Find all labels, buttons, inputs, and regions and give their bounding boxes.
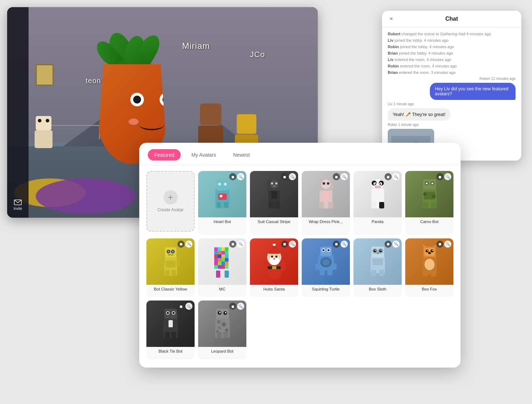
svg-point-37 bbox=[380, 183, 381, 185]
avatar-zoom-wrap-dress[interactable]: 🔍 bbox=[341, 173, 348, 180]
svg-rect-90 bbox=[216, 271, 220, 278]
svg-point-26 bbox=[327, 182, 330, 185]
chat-msg-robert: Robert 12 minutes ago Hey Liv did you se… bbox=[430, 77, 516, 100]
sidebar-panel: Invite bbox=[7, 7, 29, 218]
svg-rect-44 bbox=[423, 179, 436, 189]
create-avatar-plus-icon: + bbox=[164, 190, 178, 204]
svg-point-17 bbox=[275, 182, 277, 185]
avatar-name-leopard: Leopard Bot bbox=[210, 347, 235, 356]
svg-rect-102 bbox=[272, 266, 276, 269]
svg-rect-21 bbox=[275, 202, 280, 208]
avatar-select-heart-bot[interactable]: ◼ bbox=[229, 173, 236, 180]
avatar-card-wrap-dress[interactable]: 🔍 ◼ Wrap Dress Pink... bbox=[302, 171, 350, 235]
svg-point-16 bbox=[271, 182, 273, 185]
avatar-card-mc[interactable]: 🔍 ◼ MC bbox=[198, 238, 246, 297]
svg-rect-82 bbox=[214, 262, 218, 265]
svg-rect-115 bbox=[320, 270, 325, 276]
avatar-select-box-fox[interactable]: ◼ bbox=[436, 241, 443, 248]
avatar-zoom-santa[interactable]: 🔍 bbox=[289, 241, 296, 248]
avatar-select-wrap-dress[interactable]: ◼ bbox=[333, 173, 340, 180]
svg-rect-42 bbox=[379, 202, 384, 208]
svg-rect-77 bbox=[225, 254, 229, 258]
avatar-zoom-black-tie[interactable]: 🔍 bbox=[185, 303, 192, 310]
svg-rect-106 bbox=[320, 247, 332, 256]
avatar-card-black-tie[interactable]: 🔍 ◼ Black Tie Bot bbox=[146, 301, 195, 359]
avatar-zoom-box-fox[interactable]: 🔍 bbox=[444, 241, 451, 248]
svg-rect-71 bbox=[218, 251, 221, 254]
avatar-select-squirt[interactable]: ◼ bbox=[333, 241, 340, 248]
svg-rect-62 bbox=[161, 257, 165, 266]
svg-point-123 bbox=[375, 250, 376, 251]
avatar-select-mc[interactable]: ◼ bbox=[229, 241, 236, 248]
avatar-img-suit: 🔍 ◼ bbox=[250, 171, 298, 217]
avatar-name-squirt: Squirting Turtle bbox=[311, 285, 341, 294]
avatar-zoom-mc[interactable]: 🔍 bbox=[237, 241, 244, 248]
avatar-zoom-camo[interactable]: 🔍 bbox=[444, 173, 451, 180]
svg-point-59 bbox=[172, 251, 174, 253]
svg-point-8 bbox=[218, 183, 221, 186]
avatar-card-suit[interactable]: 🔍 ◼ Suit Casual Stripe bbox=[250, 171, 298, 235]
avatar-card-heart-bot[interactable]: 🔍 ◼ Heart Bot bbox=[198, 171, 246, 235]
avatar-card-squirt[interactable]: 🔍 ◼ Squirting Turtle bbox=[302, 238, 350, 297]
chat-bubble-liv: Yeah! 🥕 They're so great! bbox=[388, 108, 451, 121]
svg-rect-60 bbox=[168, 254, 174, 256]
avatar-name-box-fox: Box Fox bbox=[420, 285, 438, 294]
avatar-panel: Featured My Avatars Newest + Create Avat… bbox=[139, 143, 461, 368]
svg-point-47 bbox=[426, 182, 428, 185]
svg-rect-116 bbox=[327, 270, 332, 276]
chat-sys-2: Liv joined the lobby. 4 minutes ago bbox=[388, 38, 516, 42]
svg-rect-162 bbox=[216, 309, 229, 319]
svg-point-24 bbox=[321, 180, 331, 189]
tab-featured[interactable]: Featured bbox=[148, 149, 181, 161]
avatar-zoom-suit[interactable]: 🔍 bbox=[289, 173, 296, 180]
avatar-zoom-heart-bot[interactable]: 🔍 bbox=[237, 173, 244, 180]
avatar-card-box-sloth[interactable]: 🔍 ◼ Box Sloth bbox=[353, 238, 402, 297]
svg-rect-155 bbox=[171, 332, 176, 338]
svg-point-50 bbox=[423, 193, 427, 196]
tab-my-avatars[interactable]: My Avatars bbox=[185, 149, 222, 161]
avatar-card-bot-yellow[interactable]: 🔍 ◼ Bot Classic Yellow bbox=[146, 238, 195, 297]
svg-point-139 bbox=[432, 250, 433, 251]
avatar-card-camo[interactable]: 🔍 ◼ Camo Bot bbox=[405, 171, 453, 235]
avatar-card-box-fox[interactable]: 🔍 ◼ Box Fox bbox=[405, 238, 453, 297]
avatar-card-panda[interactable]: 🔍 ◼ Panda bbox=[353, 171, 402, 235]
svg-rect-19 bbox=[271, 191, 277, 198]
avatar-name-heart-bot: Heart Bot bbox=[212, 217, 232, 227]
invite-button[interactable]: Invite bbox=[14, 199, 22, 211]
svg-point-168 bbox=[225, 312, 226, 313]
avatar-select-bot-yellow[interactable]: ◼ bbox=[177, 241, 185, 248]
chat-close-button[interactable]: × bbox=[388, 15, 395, 22]
avatar-zoom-box-sloth[interactable]: 🔍 bbox=[392, 241, 400, 248]
carrot-cheek-right bbox=[165, 118, 175, 125]
avatar-select-santa[interactable]: ◼ bbox=[281, 241, 288, 248]
avatar-zoom-bot-yellow[interactable]: 🔍 bbox=[185, 241, 192, 248]
svg-rect-126 bbox=[373, 259, 383, 265]
avatar-zoom-leopard[interactable]: 🔍 bbox=[237, 303, 244, 310]
svg-point-167 bbox=[219, 312, 221, 313]
svg-point-100 bbox=[273, 258, 275, 260]
carrot-smile bbox=[139, 120, 164, 130]
chat-messages[interactable]: Robert changed the scene to Gathering Ha… bbox=[382, 27, 521, 161]
avatar-select-suit[interactable]: ◼ bbox=[281, 173, 288, 180]
avatar-select-panda[interactable]: ◼ bbox=[385, 173, 392, 180]
avatar-select-box-sloth[interactable]: ◼ bbox=[385, 241, 392, 248]
svg-rect-127 bbox=[371, 270, 376, 276]
svg-rect-76 bbox=[221, 254, 225, 258]
chat-sys-3: Robin joined the lobby. 4 minutes ago bbox=[388, 45, 516, 49]
avatar-name-santa: Hubs Santa bbox=[262, 285, 286, 294]
avatar-zoom-squirt[interactable]: 🔍 bbox=[341, 241, 348, 248]
tab-newest[interactable]: Newest bbox=[227, 149, 256, 161]
svg-point-140 bbox=[428, 252, 431, 254]
avatar-select-camo[interactable]: ◼ bbox=[436, 173, 443, 180]
svg-rect-114 bbox=[332, 263, 337, 270]
avatar-card-leopard[interactable]: 🔍 ◼ Leopard Bot bbox=[198, 301, 246, 359]
avatar-zoom-panda[interactable]: 🔍 bbox=[392, 173, 400, 180]
create-avatar-card[interactable]: + Create Avatar bbox=[146, 171, 195, 232]
carrot-face bbox=[123, 86, 180, 136]
avatar-card-santa[interactable]: 🔍 ◼ Hubs Santa bbox=[250, 238, 298, 297]
chat-sys-7: Brian entered the room. 3 minutes ago bbox=[388, 70, 516, 75]
svg-point-58 bbox=[167, 251, 170, 253]
svg-point-148 bbox=[167, 312, 169, 314]
svg-rect-128 bbox=[379, 270, 384, 276]
svg-point-138 bbox=[427, 250, 428, 251]
